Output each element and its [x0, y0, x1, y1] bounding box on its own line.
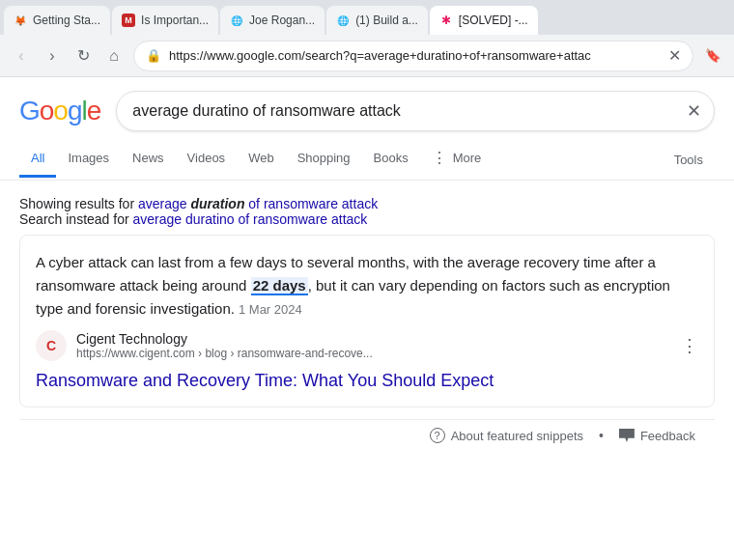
- tab-5-title: [SOLVED] -...: [459, 14, 528, 27]
- source-name: Cigent Technology: [76, 331, 671, 347]
- tab-5-favicon: ✱: [439, 14, 453, 27]
- tab-news[interactable]: News: [121, 141, 176, 178]
- question-icon: ?: [430, 428, 445, 443]
- back-icon: ‹: [18, 47, 23, 65]
- tab-more[interactable]: ⋮ More: [420, 139, 494, 180]
- address-bar[interactable]: 🔒 https://www.google.com/search?q=averag…: [133, 41, 693, 71]
- about-snippets-button[interactable]: ? About featured snippets: [430, 428, 583, 443]
- tab-videos-label: Videos: [187, 151, 226, 165]
- corrected-post: of ransomware attack: [244, 196, 378, 211]
- home-icon: ⌂: [109, 47, 119, 65]
- tab-3-favicon: 🌐: [230, 14, 243, 27]
- tab-2-title: Is Importan...: [141, 14, 209, 27]
- tab-1[interactable]: 🦊 Getting Sta...: [4, 6, 110, 35]
- reload-icon: ↻: [77, 46, 90, 65]
- tab-books[interactable]: Books: [362, 141, 420, 178]
- bookmark-icon: 🔖: [705, 48, 721, 63]
- snippet-text: A cyber attack can last from a few days …: [36, 251, 698, 321]
- tab-4[interactable]: 🌐 (1) Build a...: [326, 6, 428, 35]
- tab-1-title: Getting Sta...: [33, 14, 100, 27]
- corrected-bold: duration: [190, 196, 244, 211]
- feedback-icon: [619, 429, 635, 442]
- reload-button[interactable]: ↻: [70, 42, 97, 70]
- tab-more-label: More: [453, 151, 482, 165]
- snippet-footer: ? About featured snippets • Feedback: [19, 419, 715, 451]
- back-button[interactable]: ‹: [8, 42, 35, 70]
- logo-e: e: [87, 96, 101, 126]
- tab-2-favicon: M: [122, 14, 135, 27]
- tab-1-favicon: 🦊: [14, 14, 27, 27]
- source-row: C Cigent Technology https://www.cigent.c…: [36, 330, 698, 361]
- google-header: G o o g l e ✕: [0, 77, 734, 131]
- tabs-bar: 🦊 Getting Sta... M Is Importan... 🌐 Joe …: [0, 0, 734, 35]
- results-area: Showing results for average duration of …: [0, 181, 734, 470]
- tab-shopping[interactable]: Shopping: [286, 141, 362, 178]
- nav-buttons: ‹ › ↻ ⌂: [8, 42, 127, 70]
- spell-check: Showing results for average duration of …: [19, 196, 715, 227]
- search-tabs: All Images News Videos Web Shopping Book…: [0, 131, 734, 181]
- tab-all[interactable]: All: [19, 141, 56, 178]
- showing-results-line: Showing results for average duration of …: [19, 196, 715, 211]
- clear-icon[interactable]: ✕: [668, 46, 681, 65]
- featured-snippet: A cyber attack can last from a few days …: [19, 235, 715, 407]
- source-info: Cigent Technology https://www.cigent.com…: [76, 331, 671, 360]
- tab-4-favicon: 🌐: [336, 14, 350, 27]
- tools-label: Tools: [674, 153, 703, 167]
- tab-videos[interactable]: Videos: [176, 141, 238, 178]
- tab-web-label: Web: [248, 151, 274, 165]
- about-snippets-label: About featured snippets: [451, 429, 583, 443]
- corrected-link[interactable]: average duration of ransomware attack: [138, 196, 378, 211]
- tab-3[interactable]: 🌐 Joe Rogan...: [220, 6, 325, 35]
- logo-g2: g: [68, 96, 82, 126]
- logo-o1: o: [40, 96, 54, 126]
- source-letter: C: [46, 338, 56, 353]
- forward-icon: ›: [49, 47, 54, 65]
- search-bar-wrapper: ✕: [116, 91, 715, 131]
- google-logo: G o o g l e: [19, 96, 100, 126]
- tools-button[interactable]: Tools: [663, 143, 715, 177]
- showing-prefix: Showing results for: [19, 196, 138, 211]
- source-favicon: C: [36, 330, 67, 361]
- snippet-highlight: 22 days: [251, 277, 308, 295]
- instead-link[interactable]: average duratino of ransomware attack: [133, 211, 368, 227]
- tab-images-label: Images: [68, 151, 109, 165]
- browser-toolbar: ‹ › ↻ ⌂ 🔒 https://www.google.com/search?…: [0, 35, 734, 77]
- tab-all-label: All: [31, 151, 44, 165]
- tab-shopping-label: Shopping: [297, 151, 351, 165]
- logo-g: G: [19, 96, 40, 126]
- lock-icon: 🔒: [146, 48, 161, 63]
- search-instead-line: Search instead for average duratino of r…: [19, 211, 715, 227]
- tab-web[interactable]: Web: [237, 141, 286, 178]
- google-page: G o o g l e ✕ All Images News Videos Web: [0, 77, 734, 560]
- more-dots-icon: ⋮: [432, 149, 447, 167]
- tab-3-title: Joe Rogan...: [249, 14, 315, 27]
- tab-2[interactable]: M Is Importan...: [112, 6, 218, 35]
- tab-5[interactable]: ✱ [SOLVED] -...: [430, 6, 538, 35]
- result-link[interactable]: Ransomware and Recovery Time: What You S…: [36, 371, 698, 391]
- snippet-date: 1 Mar 2024: [239, 302, 302, 317]
- tab-news-label: News: [132, 151, 164, 165]
- tab-4-title: (1) Build a...: [355, 14, 418, 27]
- bookmark-button[interactable]: 🔖: [699, 42, 726, 70]
- search-clear-icon[interactable]: ✕: [687, 100, 701, 122]
- home-button[interactable]: ⌂: [100, 42, 127, 70]
- tab-books-label: Books: [374, 151, 409, 165]
- address-text: https://www.google.com/search?q=average+…: [169, 48, 661, 63]
- logo-o2: o: [53, 96, 68, 126]
- instead-prefix: Search instead for: [19, 211, 133, 227]
- source-more-icon[interactable]: ⋮: [681, 335, 698, 356]
- feedback-label: Feedback: [640, 429, 695, 443]
- feedback-button[interactable]: Feedback: [619, 429, 695, 443]
- footer-dot-separator: •: [599, 428, 604, 443]
- tab-images[interactable]: Images: [56, 141, 121, 178]
- corrected-pre: average: [138, 196, 190, 211]
- search-input[interactable]: [116, 91, 715, 131]
- forward-button[interactable]: ›: [39, 42, 66, 70]
- source-url: https://www.cigent.com › blog › ransomwa…: [76, 347, 671, 360]
